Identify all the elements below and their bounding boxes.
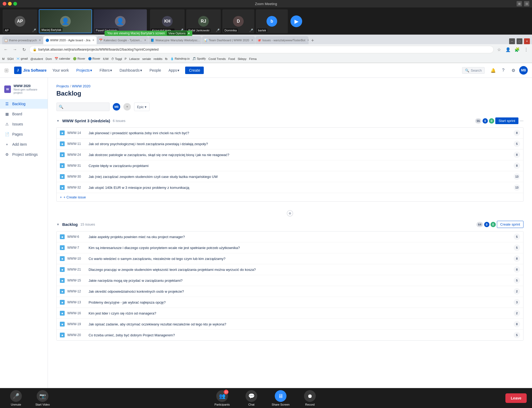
filter-avatar-group[interactable]: + — [123, 103, 131, 111]
issue-row-www31[interactable]: ■ WWW-31 Częste błędy w zarządzaniu proj… — [57, 160, 523, 171]
nav-apps[interactable]: Apps ▾ — [167, 67, 181, 74]
issue-row-www24[interactable]: ■ WWW-24 Jak dostrzec patologie w zarząd… — [57, 149, 523, 160]
bookmark-food[interactable]: Food — [228, 57, 235, 60]
breadcrumb-projects[interactable]: Projects — [56, 84, 69, 88]
bookmark-sklepy[interactable]: Sklepy — [238, 57, 246, 60]
bookmark-btn[interactable]: ☆ — [495, 46, 503, 53]
bookmark-reddits[interactable]: reddits — [153, 57, 162, 60]
nav-projects[interactable]: Projects ▾ — [75, 67, 94, 74]
epic-filter-btn[interactable]: Epic ▾ — [134, 103, 149, 111]
browser-tab-1[interactable]: 🔵 WWW 2020 - Agile board - Jira × — [43, 36, 97, 44]
browser-minimize-btn[interactable]: ─ — [509, 38, 515, 44]
grid-view-btn[interactable]: ⊞ — [517, 1, 522, 6]
bookmark-covid[interactable]: Covid Trends — [209, 57, 226, 60]
backlog-header[interactable]: ▼ Backlog 15 issues 64 0 0 Create sprint — [56, 221, 523, 228]
nav-filters[interactable]: Filters ▾ — [98, 67, 114, 74]
bookmark-lekarze[interactable]: Lekarze — [129, 57, 140, 60]
issue-row-www6[interactable]: ■ WWW-6 Jakie aspekty projektu powinien … — [57, 231, 523, 242]
bookmark-rover1[interactable]: 🟢 Rover — [73, 57, 85, 60]
create-sprint-btn[interactable]: Create sprint — [497, 221, 523, 228]
create-button[interactable]: Create — [185, 67, 204, 74]
bookmark-rover2[interactable]: 🔵 Rover — [88, 57, 100, 60]
tab-close-5[interactable]: × — [307, 38, 309, 42]
breadcrumb-www2020[interactable]: WWW 2020 — [72, 84, 90, 88]
tab-close-4[interactable]: × — [251, 38, 253, 42]
bookmark-m[interactable]: M — [2, 57, 5, 60]
reload-btn[interactable]: ↻ — [20, 46, 28, 53]
participant-panel-pawel[interactable]: 👤 Paweł Gadziński — [94, 9, 147, 33]
sidebar-item-board[interactable]: ▦ Board — [0, 109, 48, 119]
filter-avatar-mb[interactable]: MB — [113, 103, 120, 111]
minimize-dot[interactable] — [8, 2, 12, 6]
extensions-btn[interactable]: 🧩 — [513, 46, 521, 53]
participant-panel-krzysztof[interactable]: KH Krzysztof Hała... 🎤 — [150, 9, 185, 33]
browser-close-btn[interactable]: × — [524, 38, 530, 44]
mac-window-controls[interactable] — [3, 2, 17, 6]
bookmark-firma[interactable]: Firma — [249, 57, 257, 60]
participant-panel-ap[interactable]: AP AP 🎤 — [3, 9, 37, 33]
bookmark-seriale[interactable]: seriale — [142, 57, 151, 60]
issue-row-www12[interactable]: ■ WWW-12 Jak określić odpowiedzialności … — [57, 286, 523, 297]
issue-row-www20[interactable]: ■ WWW-20 Co trzeba umieć, żeby być dobry… — [57, 330, 523, 340]
settings-btn[interactable]: ⚙ — [509, 66, 518, 75]
nav-people[interactable]: People — [148, 67, 163, 74]
speaker-view-btn[interactable]: ⊟ — [524, 1, 529, 6]
jira-logo[interactable]: J Jira Software — [14, 67, 47, 74]
tab-close-0[interactable]: × — [39, 38, 41, 42]
forward-btn[interactable]: → — [11, 46, 19, 53]
issue-row-www15[interactable]: ■ WWW-15 Jakie narzędzia mogą się przyda… — [57, 275, 523, 286]
bookmark-gmail[interactable]: 📧 gmail — [16, 57, 28, 60]
sidebar-item-backlog[interactable]: ☰ Backlog — [0, 99, 48, 109]
leave-btn[interactable]: Leave — [505, 393, 527, 403]
issue-row-www14[interactable]: ■ WWW-14 Jak planować i prowadzić spotka… — [57, 128, 523, 138]
bookmark-student[interactable]: @student — [30, 57, 43, 60]
new-tab-btn[interactable]: + — [309, 37, 316, 44]
browser-tab-2[interactable]: 📅 Kalendarz Google - Tydzień... × — [97, 36, 148, 44]
user-avatar-btn[interactable]: MB — [519, 66, 528, 75]
sidebar-item-pages[interactable]: 📄 Pages — [0, 129, 48, 139]
section-divider[interactable]: ⊕ — [56, 210, 523, 217]
nav-your-work[interactable]: Your work — [51, 67, 70, 74]
record-btn[interactable]: ⏺ Record — [299, 390, 321, 406]
browser-maximize-btn[interactable]: □ — [517, 38, 522, 44]
view-options-btn[interactable]: View Options — [167, 31, 187, 35]
nav-dashboards[interactable]: Dashboards ▾ — [118, 67, 144, 74]
bookmark-raindrop[interactable]: 💧 Raindrop.io — [170, 57, 190, 60]
issue-row-www11[interactable]: ■ WWW-11 Jak od strony psychologicznej i… — [57, 138, 523, 149]
bookmark-dom[interactable]: Dom — [46, 57, 52, 60]
backlog-search[interactable]: 🔍 — [56, 103, 110, 111]
participants-btn[interactable]: 👥 13 Participants — [211, 390, 233, 406]
bookmark-p[interactable]: P — [124, 57, 126, 60]
issue-row-www32[interactable]: ■ WWW-32 Jak utopić 140k EUR w 3 miesiąc… — [57, 182, 523, 193]
start-sprint-btn[interactable]: Start sprint — [495, 117, 518, 124]
issue-row-www10[interactable]: ■ WWW-10 Co warto wiedzieć o samym zarzą… — [57, 253, 523, 264]
chat-btn[interactable]: 💬 Chat — [241, 390, 262, 406]
issue-row-www21[interactable]: ■ WWW-21 Dlaczego pracując w zespole stu… — [57, 264, 523, 275]
browser-tab-4[interactable]: 📊 Team Dashboard | WWW 2020 × — [202, 36, 255, 44]
sprint-header[interactable]: ▼ WWW Sprint 3 (niedziela) 6 issues 55 0… — [56, 117, 523, 124]
participant-panel-bartek[interactable]: b bartek — [256, 9, 288, 33]
sidebar-item-project-settings[interactable]: ⚙ Project settings — [0, 150, 48, 159]
start-video-btn[interactable]: 📷 Start Video — [32, 390, 53, 406]
app-switcher-btn[interactable]: ⊞ — [4, 67, 9, 74]
bookmark-toggl[interactable]: ⏱ Toggl — [111, 57, 122, 60]
browser-tab-0[interactable]: 📋 thame-prowadzących × — [2, 36, 43, 44]
unmute-btn[interactable]: 🎤 Unmute — [5, 390, 27, 406]
menu-btn[interactable]: ⋮ — [522, 46, 530, 53]
bookmark-iuw[interactable]: IUW — [103, 57, 109, 60]
issue-row-www13[interactable]: ■ WWW-13 Problemy decyzyjne - jak wybrać… — [57, 297, 523, 308]
issue-row-www30[interactable]: ■ WWW-30 Jak (nie) zarządzać zespołem st… — [57, 171, 523, 182]
back-btn[interactable]: ← — [2, 46, 10, 53]
help-btn[interactable]: ? — [499, 66, 508, 75]
bookmark-fb[interactable]: fb — [165, 57, 167, 60]
sprint-more-btn[interactable]: ··· — [519, 118, 523, 124]
issue-row-www7[interactable]: ■ WWW-7 Kim są interesariusze i dlaczego… — [57, 242, 523, 253]
close-dot[interactable] — [3, 2, 6, 6]
participant-panel-dominika[interactable]: D Dominika 🎤 — [222, 9, 254, 33]
issue-row-www19[interactable]: ■ WWW-19 Jak opisać zadanie, aby otrzyma… — [57, 319, 523, 330]
bookmark-calendar[interactable]: 📅 calendar — [55, 57, 70, 60]
tab-close-2[interactable]: × — [144, 38, 146, 42]
share-screen-btn[interactable]: 🖥 Share Screen — [270, 390, 291, 406]
maximize-dot[interactable] — [13, 2, 17, 6]
more-participants-btn[interactable]: ▶ — [290, 15, 302, 27]
